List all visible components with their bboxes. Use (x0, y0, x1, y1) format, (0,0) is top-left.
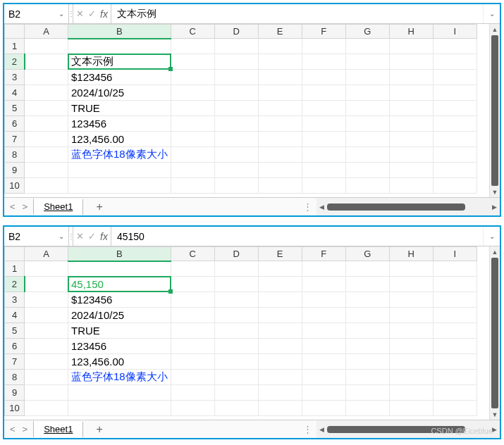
row-header-5[interactable]: 5 (5, 101, 25, 116)
cell[interactable] (25, 292, 68, 308)
cell[interactable] (171, 39, 214, 54)
cell[interactable] (302, 85, 345, 101)
row-header-1[interactable]: 1 (5, 261, 25, 277)
cell[interactable] (345, 292, 389, 308)
cell[interactable] (214, 116, 258, 132)
cell[interactable] (433, 163, 477, 178)
cell[interactable] (302, 178, 345, 194)
sheet-next-icon[interactable]: > (23, 424, 28, 434)
formula-expand-button[interactable]: ⌄ (483, 4, 500, 23)
cell[interactable] (214, 70, 258, 85)
cell[interactable] (214, 147, 258, 163)
row-header-8[interactable]: 8 (5, 370, 25, 385)
name-box[interactable]: B2 ⌄ (4, 227, 69, 246)
cell[interactable] (171, 85, 214, 101)
cell[interactable] (302, 163, 345, 178)
cell[interactable] (433, 308, 477, 323)
cell[interactable] (171, 401, 214, 416)
cell[interactable] (214, 308, 258, 323)
cell[interactable] (433, 70, 477, 85)
cell[interactable] (214, 323, 258, 339)
cell[interactable] (433, 323, 477, 339)
cell[interactable] (25, 85, 68, 101)
cell[interactable] (171, 54, 214, 70)
cell[interactable] (258, 277, 302, 292)
cell-B7[interactable]: 123,456.00 (68, 354, 171, 370)
cell[interactable] (25, 308, 68, 323)
cell[interactable] (25, 132, 68, 147)
cell[interactable] (345, 308, 389, 323)
cell[interactable] (433, 101, 477, 116)
cell[interactable] (433, 354, 477, 370)
row-header-8[interactable]: 8 (5, 147, 25, 163)
cell[interactable] (171, 147, 214, 163)
cell[interactable] (258, 354, 302, 370)
cell[interactable] (258, 401, 302, 416)
col-header-D[interactable]: D (214, 247, 258, 261)
cell[interactable] (433, 132, 477, 147)
cell[interactable] (345, 323, 389, 339)
cell[interactable] (258, 116, 302, 132)
row-header-1[interactable]: 1 (5, 39, 25, 54)
cell[interactable] (433, 339, 477, 354)
cell[interactable] (302, 354, 345, 370)
cell[interactable] (171, 132, 214, 147)
row-header-7[interactable]: 7 (5, 354, 25, 370)
cell[interactable] (389, 354, 433, 370)
cell[interactable] (389, 339, 433, 354)
scroll-up-icon[interactable]: ▲ (490, 246, 500, 257)
cell[interactable] (25, 163, 68, 178)
cell-grid[interactable]: A B C D E F G H I 1 245,150 3$123456 420… (4, 246, 489, 420)
col-header-I[interactable]: I (433, 25, 477, 39)
confirm-icon[interactable]: ✓ (88, 8, 96, 19)
cell[interactable] (25, 116, 68, 132)
cell-B2[interactable]: 45,150 (68, 277, 171, 292)
cell[interactable] (302, 277, 345, 292)
scroll-left-icon[interactable]: ◀ (316, 203, 327, 211)
col-header-E[interactable]: E (258, 25, 302, 39)
cell[interactable] (258, 101, 302, 116)
cell[interactable] (345, 132, 389, 147)
row-header-3[interactable]: 3 (5, 70, 25, 85)
cell-B4[interactable]: 2024/10/25 (68, 85, 171, 101)
cell[interactable] (25, 354, 68, 370)
row-header-4[interactable]: 4 (5, 85, 25, 101)
sheet-next-icon[interactable]: > (23, 201, 28, 212)
cell[interactable] (433, 277, 477, 292)
col-header-H[interactable]: H (389, 25, 433, 39)
row-header-5[interactable]: 5 (5, 323, 25, 339)
cell[interactable] (171, 385, 214, 401)
cell[interactable] (68, 163, 171, 178)
cell[interactable] (258, 163, 302, 178)
cancel-icon[interactable]: ✕ (76, 8, 84, 19)
vertical-scrollbar[interactable]: ▲ ▼ (489, 24, 500, 197)
cell[interactable] (389, 70, 433, 85)
col-header-F[interactable]: F (302, 25, 345, 39)
row-header-2[interactable]: 2 (5, 277, 25, 292)
col-header-C[interactable]: C (171, 25, 214, 39)
cell[interactable] (433, 261, 477, 277)
cell[interactable] (345, 354, 389, 370)
cell[interactable] (433, 85, 477, 101)
cell[interactable] (302, 292, 345, 308)
sheet-prev-icon[interactable]: < (10, 424, 16, 434)
name-box[interactable]: B2 ⌄ (4, 4, 69, 23)
cell[interactable] (302, 385, 345, 401)
cell[interactable] (302, 370, 345, 385)
cell[interactable] (171, 292, 214, 308)
cell[interactable] (302, 70, 345, 85)
cell[interactable] (258, 308, 302, 323)
add-sheet-button[interactable]: + (83, 420, 115, 438)
col-header-C[interactable]: C (171, 247, 214, 261)
cell[interactable] (214, 178, 258, 194)
cell[interactable] (345, 277, 389, 292)
row-header-9[interactable]: 9 (5, 163, 25, 178)
cell[interactable] (389, 277, 433, 292)
cell-B3[interactable]: $123456 (68, 70, 171, 85)
cell-B8[interactable]: 蓝色字体18像素大小 (68, 147, 171, 163)
cell[interactable] (25, 323, 68, 339)
row-header-6[interactable]: 6 (5, 116, 25, 132)
cell[interactable] (171, 277, 214, 292)
cell[interactable] (389, 323, 433, 339)
cell[interactable] (345, 385, 389, 401)
